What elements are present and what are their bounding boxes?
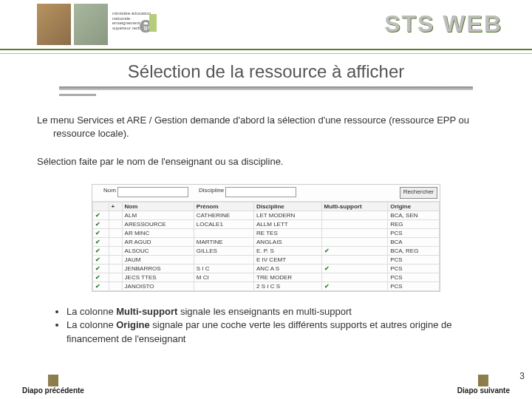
search-row: Nom Discipline Rechercher bbox=[92, 185, 440, 202]
bullet-2: La colonne Origine signale par une coche… bbox=[66, 318, 495, 347]
footer-nav: Diapo précédente Diapo suivante bbox=[0, 375, 532, 395]
logo-letter: e bbox=[139, 11, 152, 38]
table-header: Discipline bbox=[254, 202, 322, 211]
table-header: Prénom bbox=[194, 202, 253, 211]
arrow-left-icon bbox=[48, 375, 58, 386]
table-row: ✔ALSOUCGILLESE. P. S✔BCA, REG bbox=[93, 246, 440, 255]
search-nom-input[interactable] bbox=[117, 187, 188, 197]
divider bbox=[0, 53, 532, 54]
paragraph-2: Sélection faite par le nom de l'enseigna… bbox=[37, 155, 495, 168]
paragraph-1: Le menu Services et ARE / Gestion demand… bbox=[37, 114, 495, 140]
search-discipline-label: Discipline bbox=[199, 187, 224, 199]
table-row: ✔JAUME IV CEMTPCS bbox=[93, 255, 440, 264]
table-header: Multi-support bbox=[321, 202, 388, 211]
table-row: ✔AR MINCRE TESPCS bbox=[93, 228, 440, 237]
next-slide-button[interactable]: Diapo suivante bbox=[457, 375, 510, 395]
table-header: Nom bbox=[122, 202, 194, 211]
ministry-logo: ministère éducation nationale enseigneme… bbox=[111, 4, 155, 45]
table-header: Origine bbox=[388, 202, 440, 211]
prev-slide-button[interactable]: Diapo précédente bbox=[22, 375, 84, 395]
brand-title: STS WEB bbox=[384, 10, 502, 38]
header-photo-2 bbox=[74, 4, 108, 45]
search-nom-label: Nom bbox=[103, 187, 116, 199]
table-row: ✔JECS TTESM CITRE MODERPCS bbox=[93, 273, 440, 282]
arrow-right-icon bbox=[478, 375, 488, 386]
bullet-list: La colonne Multi-support signale les ens… bbox=[37, 305, 495, 347]
table-header: + bbox=[109, 202, 122, 211]
header-photo-1 bbox=[37, 4, 71, 45]
table-row: ✔JANOISTO2 S I C S✔PCS bbox=[93, 282, 440, 290]
table-row: ✔ALMCATHERINELET MODERNBCA, SEN bbox=[93, 211, 440, 219]
table-row: ✔ARESSOURCELOCALE1ALLM LETTREG bbox=[93, 219, 440, 228]
data-table: +NomPrénomDisciplineMulti-supportOrigine… bbox=[92, 202, 440, 291]
prev-label: Diapo précédente bbox=[22, 386, 84, 395]
table-row: ✔AR AGUDMARTINEANGLAISBCA bbox=[93, 237, 440, 246]
slide-header: ministère éducation nationale enseigneme… bbox=[0, 0, 532, 50]
search-discipline-input[interactable] bbox=[225, 187, 296, 197]
bullet-1: La colonne Multi-support signale les ens… bbox=[66, 305, 495, 319]
content: Le menu Services et ARE / Gestion demand… bbox=[0, 93, 532, 347]
table-screenshot: Nom Discipline Rechercher +NomPrénomDisc… bbox=[92, 184, 440, 292]
search-button[interactable]: Rechercher bbox=[400, 187, 437, 199]
table-row: ✔JENBARROSS I CANC A S✔PCS bbox=[93, 264, 440, 273]
page-title: Sélection de la ressource à afficher bbox=[0, 61, 532, 82]
title-underline bbox=[59, 86, 473, 90]
next-label: Diapo suivante bbox=[457, 386, 510, 395]
table-header bbox=[93, 202, 109, 211]
